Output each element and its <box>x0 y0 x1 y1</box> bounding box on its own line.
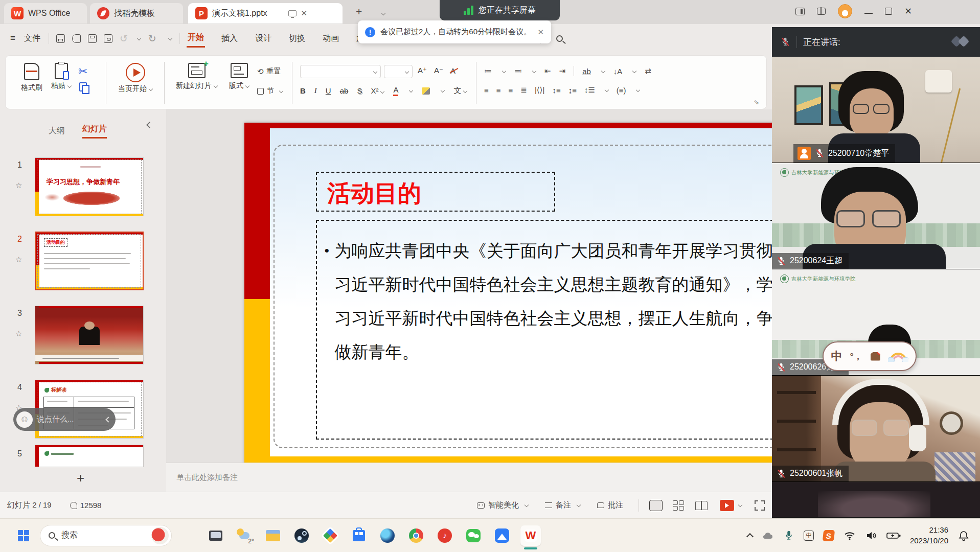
font-size-combo[interactable] <box>384 65 413 78</box>
replace-button[interactable]: ⇄ <box>645 66 651 76</box>
microsoft-store-icon[interactable] <box>349 525 369 546</box>
search-icon[interactable] <box>556 35 563 42</box>
edge-dev-app-icon[interactable] <box>377 525 398 546</box>
increase-font-icon[interactable]: A⁺ <box>418 66 427 75</box>
format-painter-button[interactable]: 格式刷 <box>20 63 43 93</box>
chat-quick-bar[interactable]: ☺ 说点什么... <box>13 408 116 431</box>
redo-icon[interactable]: ↻ <box>148 33 156 44</box>
tab-slides[interactable]: 幻灯片 <box>82 124 107 139</box>
sogou-input-icon[interactable]: S <box>823 530 835 541</box>
slide-thumbnail-1[interactable]: 学习习思想，争做新青年 <box>35 157 144 216</box>
reset-button[interactable]: ⟲ 重置 <box>257 67 281 76</box>
text-shadow-button[interactable]: S <box>357 86 362 95</box>
numbered-list-chevron-icon[interactable] <box>533 70 536 73</box>
chrome-app-icon[interactable] <box>406 525 426 546</box>
line-spacing-button[interactable]: ↕☰ <box>584 85 595 95</box>
chat-placeholder[interactable]: 说点什么... <box>37 415 74 424</box>
numbered-list-button[interactable]: ≕ <box>514 66 522 76</box>
bullet-list-chevron-icon[interactable] <box>503 70 506 73</box>
share-monitor-icon[interactable] <box>288 10 297 16</box>
ime-mode-chinese[interactable]: 中 <box>831 349 842 364</box>
slide-thumbnail-3[interactable] <box>35 306 144 364</box>
mascot-avatar[interactable] <box>838 4 852 18</box>
columns-icon[interactable]: |⟨⟩| <box>535 85 545 95</box>
windows-start-button[interactable] <box>13 525 34 546</box>
underline-button[interactable]: U <box>326 86 331 95</box>
rainbow-weather-icon[interactable] <box>888 351 908 362</box>
weather-widget-icon[interactable]: 2° <box>234 525 255 546</box>
slide-sorter-view-icon[interactable] <box>673 500 685 511</box>
menu-tab-insert[interactable]: 插入 <box>220 30 239 47</box>
slide-thumbnail-2-selected[interactable]: 活动目的 <box>35 232 144 290</box>
title-placeholder[interactable]: 活动目的 <box>316 172 555 212</box>
tray-expand-chevron-icon[interactable] <box>746 533 754 540</box>
decrease-font-icon[interactable]: A⁻ <box>434 66 443 75</box>
italic-button[interactable]: I <box>314 86 317 95</box>
reading-view-icon[interactable] <box>695 501 708 510</box>
cloud-sync-icon[interactable] <box>762 530 774 542</box>
notes-bar[interactable]: 单击此处添加备注 <box>166 463 772 492</box>
taskbar-clock[interactable]: 21:36 2023/10/20 <box>910 525 948 546</box>
ime-punctuation-mode[interactable]: °， <box>850 350 862 362</box>
video-tile-participant-5[interactable] <box>772 481 980 517</box>
tab-outline[interactable]: 大纲 <box>49 126 65 136</box>
steam-app-icon[interactable] <box>291 525 312 546</box>
notification-bell-icon[interactable] <box>958 530 970 542</box>
ime-toolbar[interactable]: 中 °， <box>823 341 917 371</box>
paste-button[interactable]: 粘贴 <box>50 63 73 90</box>
video-tile-participant-1[interactable]: 25200710常楚平 <box>772 57 980 163</box>
video-tile-participant-4[interactable]: 25200601张帆 <box>772 375 980 481</box>
close-window-icon[interactable]: ✕ <box>904 6 912 17</box>
highlight-button[interactable] <box>422 87 430 95</box>
justify-icon[interactable]: ≣ <box>520 85 527 95</box>
superscript-button[interactable]: X² <box>371 86 384 95</box>
line-spacing-chevron-icon[interactable] <box>605 88 609 92</box>
collapse-panel-icon[interactable] <box>146 122 153 128</box>
star-icon[interactable] <box>15 181 22 190</box>
undo-chevron-icon[interactable] <box>138 37 141 40</box>
new-slide-button[interactable]: + 新建幻灯片 <box>173 63 220 90</box>
pinyin-guide-button[interactable]: 文 <box>453 86 467 96</box>
side-panel-icon[interactable] <box>795 8 805 15</box>
menu-tab-home[interactable]: 开始 <box>187 29 205 48</box>
tab-template[interactable]: 找稻壳模板 <box>90 3 183 24</box>
menu-file[interactable]: 文件 <box>23 30 41 47</box>
cloud-drive-app-icon[interactable] <box>492 525 512 546</box>
play-from-current-button[interactable]: 当页开始 <box>116 63 155 94</box>
text-direction-chevron-icon[interactable] <box>633 70 636 73</box>
menu-tab-transition[interactable]: 切换 <box>288 30 306 47</box>
bold-button[interactable]: B <box>300 86 306 95</box>
volume-icon[interactable] <box>865 530 877 542</box>
wifi-icon[interactable] <box>844 530 856 542</box>
section-button[interactable]: 节 <box>257 86 283 96</box>
align-right-icon[interactable]: ≡ <box>509 86 513 95</box>
print-preview-icon[interactable] <box>104 34 112 43</box>
tab-list-chevron-icon[interactable] <box>379 8 385 17</box>
print-icon[interactable] <box>88 34 97 43</box>
ribbon-expander-icon[interactable]: ⇘ <box>754 98 759 106</box>
body-placeholder[interactable]: • 为响应共青团中央《关于面向广大团员和青年开展学习贯彻 习近平新时代中国特色社… <box>316 220 772 440</box>
normal-view-icon[interactable] <box>649 500 663 511</box>
toast-close-icon[interactable]: ✕ <box>537 28 544 37</box>
tray-mic-icon[interactable] <box>783 530 794 541</box>
wps-taskbar-icon[interactable]: W <box>520 525 541 546</box>
slide-thumbnail-5[interactable] <box>35 445 144 467</box>
character-spacing-chevron-icon[interactable] <box>602 70 605 73</box>
search-highlight-image[interactable] <box>151 527 169 544</box>
line-spacing-increase-icon[interactable]: ↕≡ <box>552 86 560 95</box>
star-icon[interactable] <box>15 329 22 338</box>
collapse-chat-icon[interactable] <box>105 417 111 422</box>
close-tab-icon[interactable]: ✕ <box>301 9 308 18</box>
font-color-chevron-icon[interactable] <box>409 89 413 93</box>
decrease-indent-icon[interactable]: ⇤ <box>544 66 551 76</box>
character-spacing-button[interactable]: ab <box>582 67 591 76</box>
file-explorer-icon[interactable] <box>263 525 283 546</box>
video-tile-participant-2[interactable]: 吉林大学新能源与环境学院 25200624王超 <box>772 163 980 269</box>
gift-box-icon[interactable] <box>817 8 826 15</box>
slideshow-play-button[interactable] <box>720 500 742 511</box>
maximize-icon[interactable] <box>885 8 892 15</box>
netease-music-icon[interactable]: ♪ <box>435 525 455 546</box>
emoji-avatar-icon[interactable]: ☺ <box>16 411 33 428</box>
font-family-combo[interactable] <box>300 65 381 78</box>
font-color-button[interactable]: A <box>393 85 398 96</box>
